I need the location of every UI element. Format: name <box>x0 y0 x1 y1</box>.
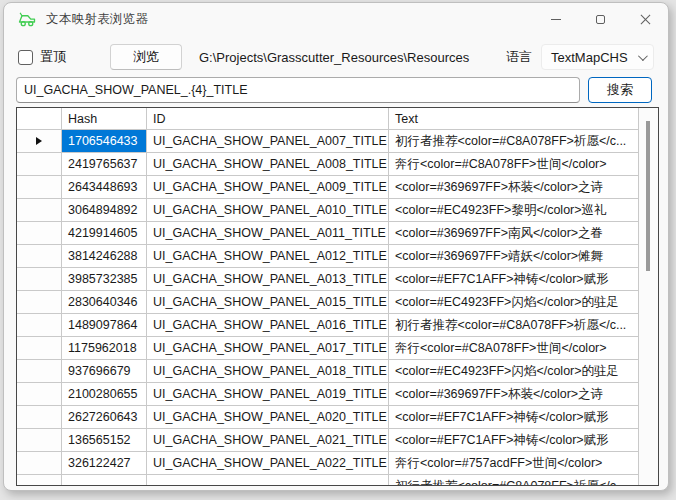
column-header-text[interactable]: Text <box>389 108 639 130</box>
row-header-cell[interactable] <box>17 291 62 314</box>
table-row[interactable]: 2100280655 UI_GACHA_SHOW_PANEL_A019_TITL… <box>17 383 639 406</box>
vertical-scrollbar[interactable] <box>639 108 658 485</box>
id-cell[interactable]: UI_GACHA_SHOW_PANEL_A017_TITLE <box>147 337 389 360</box>
text-cell[interactable]: <color=#EF7C1AFF>神铸</color>赋形 <box>389 429 639 452</box>
row-header-cell[interactable] <box>17 429 62 452</box>
table-row[interactable]: 2643448693 UI_GACHA_SHOW_PANEL_A009_TITL… <box>17 176 639 199</box>
row-header-cell[interactable] <box>17 360 62 383</box>
row-header-cell[interactable] <box>17 245 62 268</box>
table-row[interactable]: 3064894892 UI_GACHA_SHOW_PANEL_A010_TITL… <box>17 199 639 222</box>
text-cell[interactable]: <color=#EF7C1AFF>神铸</color>赋形 <box>389 406 639 429</box>
row-header-cell[interactable] <box>17 406 62 429</box>
hash-cell[interactable]: 3985732385 <box>62 268 147 291</box>
hash-cell[interactable]: 2627260643 <box>62 406 147 429</box>
table-row[interactable]: 2627260643 UI_GACHA_SHOW_PANEL_A020_TITL… <box>17 406 639 429</box>
id-cell[interactable]: UI_GACHA_SHOW_PANEL_A012_TITLE <box>147 245 389 268</box>
text-cell[interactable]: <color=#369697FF>杯装</color>之诗 <box>389 383 639 406</box>
table-row[interactable]: 2830640346 UI_GACHA_SHOW_PANEL_A015_TITL… <box>17 291 639 314</box>
search-input[interactable] <box>16 77 580 103</box>
table-row[interactable]: 326122427 UI_GACHA_SHOW_PANEL_A022_TITLE… <box>17 452 639 475</box>
hash-cell[interactable]: 1175962018 <box>62 337 147 360</box>
row-header-cell[interactable] <box>17 314 62 337</box>
maximize-button[interactable] <box>578 3 623 36</box>
table-row[interactable]: 1175962018 UI_GACHA_SHOW_PANEL_A017_TITL… <box>17 337 639 360</box>
app-window: 文本映射表浏览器 置顶 浏览 G:\Projects\Grasscutter_R… <box>3 2 669 491</box>
row-header-cell[interactable] <box>17 176 62 199</box>
id-cell[interactable] <box>147 475 389 486</box>
text-cell[interactable]: 初行者推荐<color=#C8A078FF>祈愿</c... <box>389 314 639 337</box>
row-header-cell[interactable] <box>17 199 62 222</box>
row-header-cell[interactable] <box>17 130 62 153</box>
text-cell[interactable]: <color=#EC4923FF>黎明</color>巡礼 <box>389 199 639 222</box>
language-label: 语言 <box>506 48 532 66</box>
text-cell[interactable]: 初行者推荐<color=#C8A078FF>祈愿</c... <box>389 130 639 153</box>
row-header-cell[interactable] <box>17 222 62 245</box>
table-row[interactable]: 136565152 UI_GACHA_SHOW_PANEL_A021_TITLE… <box>17 429 639 452</box>
id-cell[interactable]: UI_GACHA_SHOW_PANEL_A007_TITLE <box>147 130 389 153</box>
id-cell[interactable]: UI_GACHA_SHOW_PANEL_A013_TITLE <box>147 268 389 291</box>
table-row[interactable]: 1489097864 UI_GACHA_SHOW_PANEL_A016_TITL… <box>17 314 639 337</box>
id-cell[interactable]: UI_GACHA_SHOW_PANEL_A011_TITLE <box>147 222 389 245</box>
hash-cell[interactable]: 1489097864 <box>62 314 147 337</box>
id-cell[interactable]: UI_GACHA_SHOW_PANEL_A016_TITLE <box>147 314 389 337</box>
id-cell[interactable]: UI_GACHA_SHOW_PANEL_A021_TITLE <box>147 429 389 452</box>
row-header-cell[interactable] <box>17 452 62 475</box>
table-row[interactable]: 937696679 UI_GACHA_SHOW_PANEL_A018_TITLE… <box>17 360 639 383</box>
table-row[interactable]: 3814246288 UI_GACHA_SHOW_PANEL_A012_TITL… <box>17 245 639 268</box>
window-title: 文本映射表浏览器 <box>46 11 148 28</box>
text-cell[interactable]: <color=#EC4923FF>闪焰</color>的驻足 <box>389 291 639 314</box>
table-row[interactable]: 3985732385 UI_GACHA_SHOW_PANEL_A013_TITL… <box>17 268 639 291</box>
id-cell[interactable]: UI_GACHA_SHOW_PANEL_A015_TITLE <box>147 291 389 314</box>
text-cell[interactable]: 奔行<color=#C8A078FF>世间</color> <box>389 153 639 176</box>
id-cell[interactable]: UI_GACHA_SHOW_PANEL_A009_TITLE <box>147 176 389 199</box>
text-cell[interactable]: <color=#369697FF>靖妖</color>傩舞 <box>389 245 639 268</box>
id-cell[interactable]: UI_GACHA_SHOW_PANEL_A008_TITLE <box>147 153 389 176</box>
hash-cell[interactable]: 3814246288 <box>62 245 147 268</box>
row-header-cell[interactable] <box>17 475 62 486</box>
language-select[interactable]: TextMapCHS <box>541 44 654 70</box>
hash-cell[interactable]: 1706546433 <box>62 130 147 153</box>
column-header-hash[interactable]: Hash <box>62 108 147 130</box>
row-header-cell[interactable] <box>17 268 62 291</box>
text-cell[interactable]: <color=#EF7C1AFF>神铸</color>赋形 <box>389 268 639 291</box>
text-cell[interactable]: 奔行<color=#C8A078FF>世间</color> <box>389 337 639 360</box>
row-header-cell[interactable] <box>17 337 62 360</box>
browse-button[interactable]: 浏览 <box>110 44 182 70</box>
table-row[interactable]: 4219914605 UI_GACHA_SHOW_PANEL_A011_TITL… <box>17 222 639 245</box>
id-cell[interactable]: UI_GACHA_SHOW_PANEL_A019_TITLE <box>147 383 389 406</box>
text-cell[interactable]: 奔行<color=#757acdFF>世间</color> <box>389 452 639 475</box>
text-cell[interactable]: <color=#EC4923FF>闪焰</color>的驻足 <box>389 360 639 383</box>
scrollbar-thumb[interactable] <box>646 121 650 271</box>
hash-cell[interactable]: 326122427 <box>62 452 147 475</box>
hash-cell[interactable]: 2643448693 <box>62 176 147 199</box>
title-bar: 文本映射表浏览器 <box>4 3 668 36</box>
id-cell[interactable]: UI_GACHA_SHOW_PANEL_A022_TITLE <box>147 452 389 475</box>
text-cell[interactable]: <color=#369697FF>杯装</color>之诗 <box>389 176 639 199</box>
hash-cell[interactable]: 2830640346 <box>62 291 147 314</box>
search-button[interactable]: 搜索 <box>588 77 652 103</box>
row-header-cell[interactable] <box>17 383 62 406</box>
id-cell[interactable]: UI_GACHA_SHOW_PANEL_A020_TITLE <box>147 406 389 429</box>
hash-cell[interactable]: 136565152 <box>62 429 147 452</box>
table-main: Hash ID Text 1706546433 UI_GACHA_SHOW_PA… <box>17 108 639 485</box>
table-row[interactable]: 初行者推荐<color=#C8A078FF>祈愿</c... <box>17 475 639 486</box>
hash-cell[interactable]: 3064894892 <box>62 199 147 222</box>
table-row[interactable]: 1706546433 UI_GACHA_SHOW_PANEL_A007_TITL… <box>17 130 639 153</box>
hash-cell[interactable] <box>62 475 147 486</box>
current-row-marker-icon <box>36 137 42 145</box>
text-cell[interactable]: 初行者推荐<color=#C8A078FF>祈愿</c... <box>389 475 639 486</box>
close-button[interactable] <box>623 3 668 36</box>
minimize-button[interactable] <box>533 3 578 36</box>
row-header-cell[interactable] <box>17 153 62 176</box>
hash-cell[interactable]: 937696679 <box>62 360 147 383</box>
hash-cell[interactable]: 4219914605 <box>62 222 147 245</box>
table-row[interactable]: 2419765637 UI_GACHA_SHOW_PANEL_A008_TITL… <box>17 153 639 176</box>
column-header-id[interactable]: ID <box>147 108 389 130</box>
id-cell[interactable]: UI_GACHA_SHOW_PANEL_A018_TITLE <box>147 360 389 383</box>
hash-cell[interactable]: 2100280655 <box>62 383 147 406</box>
window-controls <box>533 3 668 36</box>
text-cell[interactable]: <color=#369697FF>南风</color>之眷 <box>389 222 639 245</box>
id-cell[interactable]: UI_GACHA_SHOW_PANEL_A010_TITLE <box>147 199 389 222</box>
pin-checkbox[interactable] <box>18 50 33 65</box>
hash-cell[interactable]: 2419765637 <box>62 153 147 176</box>
